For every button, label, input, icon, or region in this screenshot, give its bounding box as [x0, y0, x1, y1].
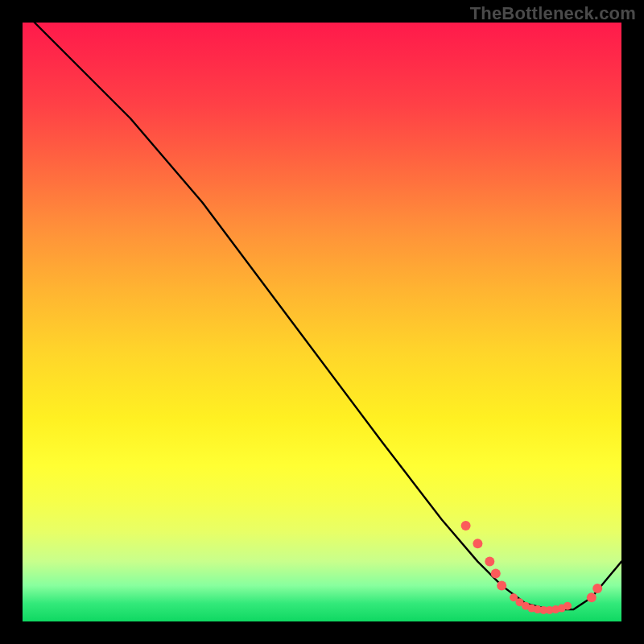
- data-marker: [473, 539, 482, 548]
- data-marker: [491, 569, 501, 579]
- chart-svg: [23, 23, 621, 621]
- data-marker: [587, 592, 597, 602]
- plot-area: [23, 23, 621, 621]
- data-marker: [564, 602, 572, 610]
- chart-frame: TheBottleneck.com: [0, 0, 644, 644]
- watermark-text: TheBottleneck.com: [470, 3, 636, 24]
- data-marker: [485, 557, 494, 567]
- curve-markers: [461, 521, 603, 614]
- data-marker: [592, 584, 602, 593]
- data-marker: [461, 521, 471, 530]
- data-marker: [497, 580, 506, 590]
- bottleneck-curve: [35, 23, 621, 609]
